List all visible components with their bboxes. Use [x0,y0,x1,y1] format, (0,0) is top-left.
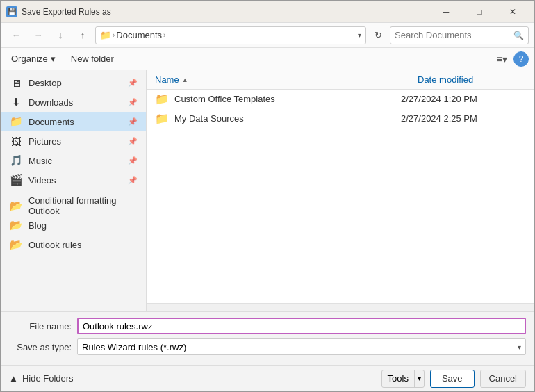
sidebar-divider [6,193,140,193]
sidebar-pictures-label: Pictures [28,136,122,147]
sidebar-item-documents[interactable]: 📁 Documents 📌 [1,112,146,131]
organize-chevron-icon: ▾ [51,54,56,64]
videos-icon: 🎬 [9,174,23,186]
up-button[interactable]: ↑ [73,26,92,44]
date-column-header[interactable]: Date modified [409,70,534,89]
minimize-button[interactable]: ─ [430,1,462,23]
data-sources-date: 2/27/2024 2:25 PM [401,113,526,124]
tools-dropdown-icon[interactable]: ▾ [415,370,424,387]
pin-icon: 📌 [128,79,138,88]
title-bar-text: Save Exported Rules as [22,7,430,17]
custom-office-name: Custom Office Templates [174,94,395,104]
search-icon: 🔍 [513,31,524,40]
sidebar-blog-label: Blog [28,220,138,231]
sidebar-item-downloads[interactable]: ⬇ Downloads 📌 [1,92,146,112]
sidebar-downloads-label: Downloads [28,97,122,108]
filename-input[interactable] [77,318,526,334]
folder-icon: 📁 [100,30,111,40]
tools-label: Tools [382,370,415,387]
column-header: Name ▲ Date modified [147,70,534,90]
horizontal-scrollbar[interactable] [147,303,534,311]
pin-icon-downloads: 📌 [128,98,138,107]
right-panel: Name ▲ Date modified 📁 Custom Office Tem… [147,70,534,311]
file-list[interactable]: 📁 Custom Office Templates 2/27/2024 1:20… [147,90,534,303]
address-bar[interactable]: 📁 › Documents › ▾ [95,26,366,44]
sidebar-item-conditional[interactable]: 📂 Conditional formatting Outlook [1,196,146,215]
new-folder-button[interactable]: New folder [66,51,119,67]
organize-label: Organize [11,54,48,64]
data-sources-folder-icon: 📁 [155,112,169,125]
saveas-dropdown-icon: ▾ [518,343,521,351]
desktop-icon: 🖥 [9,77,23,88]
tools-button[interactable]: Tools ▾ [381,370,425,388]
save-button[interactable]: Save [430,370,475,388]
toolbar2-right: ≡ ▾ ? [493,50,529,68]
address-path: 📁 › Documents › [100,30,355,40]
data-sources-name: My Data Sources [174,113,395,124]
saveas-select[interactable]: Rules Wizard rules (*.rwz) ▾ [77,338,526,355]
sidebar-conditional-label: Conditional formatting Outlook [28,195,138,216]
view-dropdown-icon: ▾ [502,54,507,65]
sidebar-item-videos[interactable]: 🎬 Videos 📌 [1,170,146,190]
back-button[interactable]: ← [6,26,26,44]
pin-icon-pictures: 📌 [128,137,138,146]
sort-arrow-icon: ▲ [182,76,188,83]
close-button[interactable]: ✕ [497,1,529,23]
saveas-select-text: Rules Wizard rules (*.rwz) [82,342,518,352]
title-bar: 💾 Save Exported Rules as ─ □ ✕ [1,1,534,23]
forward-button[interactable]: → [28,26,48,44]
organize-button[interactable]: Organize ▾ [6,51,60,67]
music-icon: 🎵 [9,155,23,166]
pictures-icon: 🖼 [9,136,23,147]
down-button[interactable]: ↓ [51,26,70,44]
maximize-button[interactable]: □ [463,1,495,23]
path-documents: Documents [116,30,162,40]
sidebar: 🖥 Desktop 📌 ⬇ Downloads 📌 📁 Documents 📌 … [1,70,147,311]
bottom-form: File name: Save as type: Rules Wizard ru… [1,311,534,365]
refresh-button[interactable]: ↻ [369,26,387,44]
sidebar-videos-label: Videos [28,175,122,186]
conditional-folder-icon: 📂 [9,200,23,211]
sidebar-item-pictures[interactable]: 🖼 Pictures 📌 [1,131,146,151]
custom-office-folder-icon: 📁 [155,92,169,106]
view-icon: ≡ [496,54,502,65]
downloads-icon: ⬇ [9,97,23,108]
pin-icon-music: 📌 [128,156,138,165]
search-box[interactable]: 🔍 [390,26,529,44]
navigation-toolbar: ← → ↓ ↑ 📁 › Documents › ▾ ↻ 🔍 [1,23,534,48]
hide-folders-chevron-icon: ▲ [9,373,18,384]
name-column-header[interactable]: Name ▲ [147,70,409,89]
hide-folders-button[interactable]: ▲ Hide Folders [9,373,74,384]
main-content: 🖥 Desktop 📌 ⬇ Downloads 📌 📁 Documents 📌 … [1,70,534,311]
saveas-row: Save as type: Rules Wizard rules (*.rwz)… [9,338,526,355]
filename-row: File name: [9,318,526,334]
title-bar-buttons: ─ □ ✕ [430,1,529,23]
save-dialog: 💾 Save Exported Rules as ─ □ ✕ ← → ↓ ↑ 📁… [0,0,535,392]
file-item-custom-office[interactable]: 📁 Custom Office Templates 2/27/2024 1:20… [147,90,534,109]
sidebar-music-label: Music [28,156,122,166]
outlook-rules-folder-icon: 📂 [9,239,23,250]
footer: ▲ Hide Folders Tools ▾ Save Cancel [1,365,534,391]
cancel-button[interactable]: Cancel [480,370,526,388]
saveas-label: Save as type: [9,342,72,352]
hide-folders-label: Hide Folders [22,373,74,384]
address-dropdown-icon[interactable]: ▾ [358,31,361,39]
help-button[interactable]: ? [513,51,529,67]
pin-icon-documents: 📌 [128,117,138,126]
sidebar-item-desktop[interactable]: 🖥 Desktop 📌 [1,73,146,92]
pin-icon-videos: 📌 [128,176,138,185]
sidebar-desktop-label: Desktop [28,78,122,88]
organize-toolbar: Organize ▾ New folder ≡ ▾ ? [1,48,534,70]
custom-office-date: 2/27/2024 1:20 PM [401,94,526,104]
sidebar-item-music[interactable]: 🎵 Music 📌 [1,151,146,170]
view-options-button[interactable]: ≡ ▾ [493,50,511,68]
sidebar-documents-label: Documents [28,117,122,127]
search-input[interactable] [395,30,513,40]
title-bar-icon: 💾 [6,6,17,17]
blog-folder-icon: 📂 [9,220,23,231]
sidebar-item-blog[interactable]: 📂 Blog [1,215,146,235]
sidebar-item-outlook-rules[interactable]: 📂 Outlook rules [1,235,146,254]
filename-label: File name: [9,321,72,332]
file-item-data-sources[interactable]: 📁 My Data Sources 2/27/2024 2:25 PM [147,109,534,129]
footer-right: Tools ▾ Save Cancel [381,370,526,388]
